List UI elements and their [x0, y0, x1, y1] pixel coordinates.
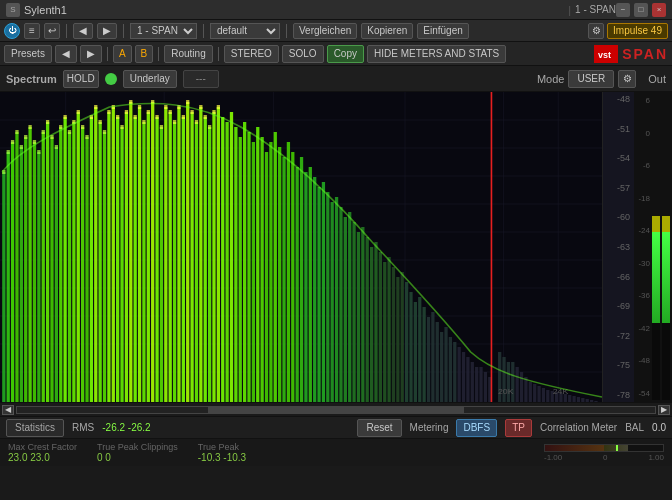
- maximize-button[interactable]: □: [634, 3, 648, 17]
- svg-rect-50: [138, 107, 141, 402]
- compare-button[interactable]: Vergleichen: [293, 23, 357, 39]
- span-logo: vst SPAN: [594, 45, 668, 63]
- svg-rect-203: [217, 105, 220, 109]
- copy-button-t1[interactable]: Kopieren: [361, 23, 413, 39]
- stats-bar: Statistics RMS -26.2 -26.2 Reset Meterin…: [0, 416, 672, 438]
- close-button[interactable]: ×: [652, 3, 666, 17]
- true-peak-clip-item: True Peak Clippings 0 0: [97, 442, 178, 463]
- reset-button[interactable]: Reset: [357, 419, 401, 437]
- svg-rect-91: [317, 187, 320, 402]
- correlation-meter-container: -1.00 0 1.00: [544, 444, 664, 462]
- metering-label: Metering: [410, 422, 449, 433]
- corr-max-label: 1.00: [648, 453, 664, 462]
- svg-rect-182: [125, 110, 128, 114]
- instance-select[interactable]: 1 - SPAN: [130, 23, 197, 39]
- corr-mid-label: 0: [603, 453, 607, 462]
- svg-rect-23: [20, 147, 23, 402]
- svg-rect-155: [7, 150, 10, 154]
- presets-button[interactable]: Presets: [4, 45, 52, 63]
- svg-rect-129: [484, 372, 487, 402]
- bal-label: BAL: [625, 422, 644, 433]
- svg-rect-58: [173, 122, 176, 402]
- svg-rect-181: [120, 125, 123, 129]
- db-tick-57: -57: [603, 183, 634, 193]
- svg-rect-191: [164, 105, 167, 109]
- svg-rect-29: [46, 122, 49, 402]
- svg-rect-167: [59, 125, 62, 129]
- svg-rect-57: [169, 112, 172, 402]
- svg-rect-96: [339, 207, 342, 402]
- statistics-tab[interactable]: Statistics: [6, 419, 64, 437]
- svg-rect-121: [449, 337, 452, 402]
- db-tick-72: -72: [603, 331, 634, 341]
- svg-rect-133: [507, 362, 510, 402]
- spectrum-area[interactable]: 20K 24K: [0, 92, 602, 402]
- svg-rect-86: [296, 167, 299, 402]
- vu-scale: 6 0 -6 -18 -24 -30 -36 -42 -48 -54: [636, 94, 650, 400]
- solo-button[interactable]: SOLO: [282, 45, 324, 63]
- undo-button[interactable]: ◀: [55, 45, 77, 63]
- power-button[interactable]: ⏻: [4, 23, 20, 39]
- db-tick-75: -75: [603, 360, 634, 370]
- redo-button[interactable]: ▶: [80, 45, 102, 63]
- bal-value: 0.0: [652, 422, 666, 433]
- nav-back-button[interactable]: ◀: [73, 23, 93, 39]
- svg-rect-31: [55, 147, 58, 402]
- svg-rect-40: [94, 107, 97, 402]
- svg-rect-90: [313, 177, 316, 402]
- svg-rect-108: [392, 267, 395, 402]
- svg-rect-150: [581, 398, 584, 402]
- mode-area: Mode USER ⚙: [537, 70, 636, 88]
- svg-rect-52: [147, 112, 150, 402]
- hide-meters-button[interactable]: HIDE METERS AND STATS: [367, 45, 506, 63]
- user-mode-button[interactable]: USER: [568, 70, 614, 88]
- scroll-left-button[interactable]: ◀: [2, 405, 14, 415]
- scroll-right-button[interactable]: ▶: [658, 405, 670, 415]
- settings-icon[interactable]: ⚙: [588, 23, 604, 39]
- svg-rect-195: [182, 115, 185, 119]
- spectrum-settings-button[interactable]: ⚙: [618, 70, 636, 88]
- paste-button[interactable]: Einfügen: [417, 23, 468, 39]
- svg-rect-151: [586, 399, 589, 402]
- scroll-track[interactable]: [16, 406, 656, 414]
- svg-rect-51: [142, 122, 145, 402]
- svg-rect-43: [107, 112, 110, 402]
- svg-rect-177: [103, 130, 106, 134]
- svg-rect-192: [169, 110, 172, 114]
- svg-rect-136: [520, 372, 523, 402]
- svg-rect-95: [335, 197, 338, 402]
- b-button[interactable]: B: [135, 45, 154, 63]
- stereo-button[interactable]: STEREO: [224, 45, 279, 63]
- svg-rect-126: [471, 362, 474, 402]
- svg-rect-93: [326, 192, 329, 402]
- routing-button[interactable]: Routing: [164, 45, 212, 63]
- minimize-button[interactable]: −: [616, 3, 630, 17]
- svg-rect-197: [190, 110, 193, 114]
- svg-rect-26: [33, 142, 36, 402]
- svg-rect-22: [15, 132, 18, 402]
- svg-rect-56: [164, 107, 167, 402]
- preset-select[interactable]: default: [210, 23, 280, 39]
- dbfs-button[interactable]: DBFS: [456, 419, 497, 437]
- sep2: [123, 24, 124, 38]
- svg-rect-68: [217, 107, 220, 402]
- svg-rect-164: [46, 120, 49, 124]
- nav-forward-button[interactable]: ▶: [97, 23, 117, 39]
- svg-rect-158: [20, 145, 23, 149]
- underlay-button[interactable]: Underlay: [123, 70, 177, 88]
- svg-rect-138: [529, 382, 532, 402]
- svg-rect-27: [37, 152, 40, 402]
- icon-btn2[interactable]: ↩: [44, 23, 60, 39]
- svg-rect-101: [361, 227, 364, 402]
- vu-tick-n54: -54: [636, 389, 650, 398]
- hold-button[interactable]: HOLD: [63, 70, 99, 88]
- svg-rect-142: [546, 390, 549, 402]
- svg-rect-172: [81, 125, 84, 129]
- tp-button[interactable]: TP: [505, 419, 532, 437]
- vu-tick-n42: -42: [636, 324, 650, 333]
- copy-button-t2[interactable]: Copy: [327, 45, 364, 63]
- svg-rect-169: [68, 130, 71, 134]
- a-button[interactable]: A: [113, 45, 132, 63]
- icon-btn1[interactable]: ≡: [24, 23, 40, 39]
- svg-rect-67: [212, 112, 215, 402]
